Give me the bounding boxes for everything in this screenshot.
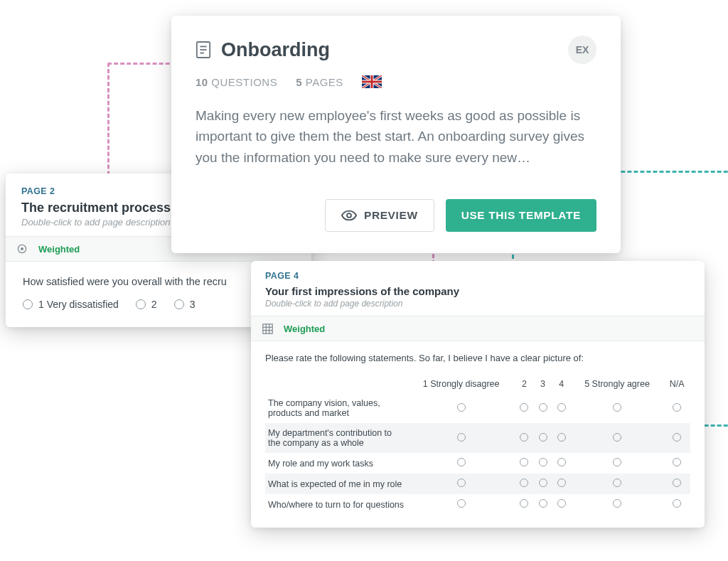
matrix-cell[interactable] (533, 393, 552, 423)
radio-icon (520, 458, 528, 466)
page4-question-text: Please rate the following statements. So… (265, 353, 690, 363)
radio-icon (457, 458, 466, 466)
page4-description-placeholder[interactable]: Double-click to add page description (265, 299, 690, 309)
radio-icon (557, 458, 566, 466)
radio-icon (457, 403, 466, 412)
page4-question-header: Weighted (251, 316, 705, 341)
radio-icon (673, 433, 681, 442)
matrix-cell[interactable] (407, 423, 515, 453)
matrix-row-label: My role and my work tasks (265, 453, 407, 474)
matrix-type-icon (261, 322, 274, 335)
radio-icon (520, 499, 528, 508)
matrix-col-header: N/A (663, 375, 690, 393)
preview-button[interactable]: PREVIEW (325, 199, 434, 232)
radio-icon (539, 479, 547, 487)
page4-title[interactable]: Your first impressions of the company (265, 285, 690, 297)
radio-icon (557, 403, 566, 412)
page2-weighted-label: Weighted (38, 244, 80, 255)
svg-point-1 (21, 247, 23, 250)
matrix-cell[interactable] (571, 423, 663, 453)
matrix-cell[interactable] (515, 423, 533, 453)
radio-type-icon (16, 242, 28, 255)
radio-icon (673, 499, 681, 508)
radio-icon (539, 433, 547, 442)
radio-icon (673, 479, 681, 487)
matrix-cell[interactable] (407, 474, 515, 494)
matrix-cell[interactable] (552, 423, 571, 453)
matrix-row-label: The company vision, values, products and… (265, 393, 407, 423)
matrix-cell[interactable] (533, 423, 552, 453)
radio-icon (520, 479, 528, 487)
questions-count: 10 (196, 76, 208, 88)
matrix-cell[interactable] (663, 393, 690, 423)
document-icon (196, 41, 211, 59)
matrix-col-header: 4 (552, 375, 571, 393)
radio-icon (613, 458, 621, 466)
radio-icon (557, 479, 566, 487)
pages-label: PAGES (306, 76, 343, 88)
matrix-cell[interactable] (571, 453, 663, 474)
matrix-cell[interactable] (552, 453, 571, 474)
matrix-col-header: 2 (515, 375, 533, 393)
eye-icon (341, 210, 357, 221)
matrix-row: What is expected of me in my role (265, 474, 690, 494)
matrix-cell[interactable] (533, 453, 552, 474)
radio-icon (457, 479, 466, 487)
page4-weighted-label: Weighted (284, 324, 325, 334)
page2-option[interactable]: 1 Very dissatisfied (23, 299, 119, 310)
matrix-cell[interactable] (515, 474, 533, 494)
radio-icon (613, 433, 621, 442)
matrix-row: My role and my work tasks (265, 453, 690, 474)
radio-icon (557, 499, 566, 508)
radio-icon (457, 499, 466, 508)
uk-flag-icon (362, 75, 382, 88)
use-template-button[interactable]: USE THIS TEMPLATE (446, 199, 596, 232)
matrix-cell[interactable] (552, 494, 571, 515)
matrix-col-header: 3 (533, 375, 552, 393)
template-meta: 10 QUESTIONS 5 PAGES (196, 75, 596, 88)
matrix-cell[interactable] (515, 393, 533, 423)
matrix-cell[interactable] (663, 453, 690, 474)
matrix-col-header: 5 Strongly agree (571, 375, 663, 393)
matrix-cell[interactable] (571, 474, 663, 494)
matrix-table: 1 Strongly disagree 2 3 4 5 Strongly agr… (265, 375, 690, 515)
matrix-cell[interactable] (515, 453, 533, 474)
matrix-cell[interactable] (515, 494, 533, 515)
radio-icon (613, 499, 621, 508)
template-description: Making every new employee's first weeks … (196, 105, 596, 168)
matrix-cell[interactable] (407, 453, 515, 474)
matrix-cell[interactable] (663, 423, 690, 453)
matrix-row: Who/where to turn to for questions (265, 494, 690, 515)
radio-icon (539, 499, 547, 508)
svg-rect-12 (262, 324, 272, 333)
radio-icon (520, 403, 528, 412)
radio-icon (613, 403, 621, 412)
matrix-row-label: Who/where to turn to for questions (265, 494, 407, 515)
page2-option[interactable]: 2 (136, 299, 157, 310)
matrix-cell[interactable] (571, 393, 663, 423)
preview-button-label: PREVIEW (364, 209, 418, 222)
page2-option[interactable]: 3 (174, 299, 196, 310)
template-card: Onboarding EX 10 QUESTIONS 5 PAGES Makin… (171, 16, 621, 253)
matrix-col-header: 1 Strongly disagree (407, 375, 515, 393)
questions-label: QUESTIONS (211, 76, 277, 88)
matrix-cell[interactable] (407, 393, 515, 423)
matrix-cell[interactable] (407, 494, 515, 515)
radio-icon (539, 458, 547, 466)
matrix-cell[interactable] (533, 474, 552, 494)
matrix-cell[interactable] (552, 393, 571, 423)
matrix-cell[interactable] (571, 494, 663, 515)
matrix-row-label: What is expected of me in my role (265, 474, 407, 494)
ex-badge: EX (568, 36, 596, 64)
radio-icon (613, 479, 621, 487)
radio-icon (520, 433, 528, 442)
matrix-cell[interactable] (663, 494, 690, 515)
matrix-cell[interactable] (663, 474, 690, 494)
matrix-row: The company vision, values, products and… (265, 393, 690, 423)
matrix-cell[interactable] (533, 494, 552, 515)
radio-icon (539, 403, 547, 412)
matrix-row: My department's contribution to the comp… (265, 423, 690, 453)
svg-rect-10 (362, 81, 382, 83)
page4-label: PAGE 4 (265, 271, 690, 281)
matrix-cell[interactable] (552, 474, 571, 494)
